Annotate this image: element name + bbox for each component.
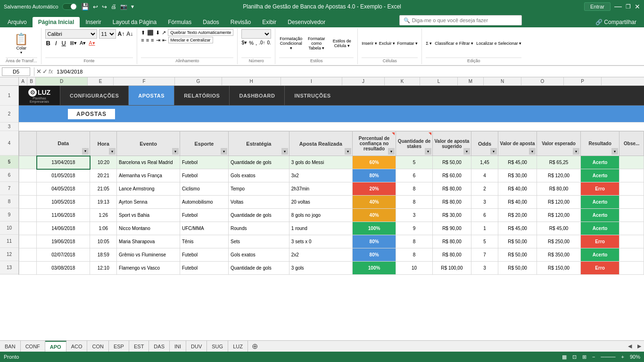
cell-odds[interactable]: 3 <box>471 196 498 209</box>
cell-valor-aposta[interactable]: R$ 50,00 <box>498 235 537 248</box>
tab-layout[interactable]: Layout da Página <box>107 17 162 27</box>
minimize-icon[interactable]: — <box>614 2 622 11</box>
filter-resultado-btn[interactable]: ▾ <box>611 148 618 155</box>
login-button[interactable]: Entrar <box>584 2 611 11</box>
cell-odds[interactable]: 5 <box>471 235 498 248</box>
cell-hora[interactable]: 19:13 <box>90 196 117 209</box>
cell-valor-esperado[interactable]: R$ 350,00 <box>537 248 581 262</box>
cell-obs[interactable] <box>619 196 644 209</box>
cell-estrategia[interactable]: Quantidade de gols <box>229 262 289 275</box>
filter-aposta-btn[interactable]: ▾ <box>345 148 351 155</box>
sum-button[interactable]: Σ ▾ <box>426 41 432 46</box>
cell-esporte[interactable]: Futebol <box>180 169 228 182</box>
col-header-h[interactable]: H <box>222 77 281 85</box>
cell-aposta-realizada[interactable]: 8 gols no jogo <box>289 209 352 222</box>
cancel-formula-icon[interactable]: ✕ <box>36 68 41 75</box>
align-left-icon[interactable]: ≡ <box>141 37 144 43</box>
fill-color-button[interactable]: A▾ <box>80 40 86 46</box>
cell-valor-sugerido[interactable]: R$ 80,00 <box>432 182 471 196</box>
cell-obs[interactable] <box>619 262 644 275</box>
sheet-tab-aco[interactable]: ACO <box>66 341 88 352</box>
cell-valor-esperado[interactable]: R$ 250,00 <box>537 235 581 248</box>
autosave-toggle[interactable] <box>62 3 77 10</box>
cell-hora[interactable]: 10:20 <box>90 156 117 169</box>
cell-reference-box[interactable]: D5 <box>2 67 30 76</box>
filter-esporte-btn[interactable]: ▾ <box>221 148 227 155</box>
ribbon-search-box[interactable]: 🔍 <box>399 15 522 25</box>
col-header-m[interactable]: M <box>458 77 484 85</box>
camera-icon[interactable]: 📷 <box>120 3 127 10</box>
cell-odds[interactable]: 3 <box>471 262 498 275</box>
percent-icon[interactable]: % <box>249 40 254 46</box>
filter-valor-esperado-btn[interactable]: ▾ <box>573 148 579 155</box>
cell-valor-sugerido[interactable]: R$ 30,00 <box>432 209 471 222</box>
sheet-tab-ban[interactable]: BAN <box>0 341 21 352</box>
nav-item-relatorios[interactable]: RELATÓRIOS <box>174 86 230 105</box>
cell-estrategia[interactable]: Rounds <box>229 222 289 235</box>
tab-exibir[interactable]: Exibir <box>256 17 282 27</box>
cell-aposta-realizada[interactable]: 3 gols <box>289 262 352 275</box>
cell-aposta-realizada[interactable]: 3 sets x 0 <box>289 235 352 248</box>
cell-valor-esperado[interactable]: R$ 80,00 <box>537 182 581 196</box>
cell-esporte[interactable]: UFC/MMA <box>180 222 228 235</box>
cell-valor-aposta[interactable]: R$ 40,00 <box>498 196 537 209</box>
col-header-e[interactable]: E <box>88 77 114 85</box>
cell-valor-aposta[interactable]: R$ 30,00 <box>498 169 537 182</box>
cell-valor-esperado[interactable]: R$ 120,00 <box>537 196 581 209</box>
decrease-decimal-icon[interactable]: .0↑ <box>259 40 265 45</box>
sheet-tab-esp[interactable]: ESP <box>109 341 129 352</box>
sort-filter-button[interactable]: Classificar e Filtrar ▾ <box>435 41 473 46</box>
cell-valor-aposta[interactable]: R$ 20,00 <box>498 209 537 222</box>
cell-obs[interactable] <box>619 235 644 248</box>
cell-stakes[interactable]: 8 <box>396 235 432 248</box>
share-button[interactable]: 🔗 Compartilhar <box>590 17 642 27</box>
col-header-j[interactable]: J <box>342 77 385 85</box>
font-shrink-icon[interactable]: A↓ <box>126 31 133 37</box>
cell-aposta-realizada[interactable]: 1 round <box>289 222 352 235</box>
tab-desenvolvedor[interactable]: Desenvolvedor <box>282 17 331 27</box>
cell-valor-sugerido[interactable]: R$ 100,00 <box>432 262 471 275</box>
cell-obs[interactable] <box>619 182 644 196</box>
cell-aposta-realizada[interactable]: 3x2 <box>289 169 352 182</box>
cell-hora[interactable]: 1:06 <box>90 222 117 235</box>
cell-esporte[interactable]: Ciclismo <box>180 182 228 196</box>
font-grow-icon[interactable]: A↑ <box>118 31 125 37</box>
number-format-select[interactable] <box>241 29 271 39</box>
col-header-l[interactable]: L <box>420 77 458 85</box>
cell-valor-sugerido[interactable]: R$ 90,00 <box>432 222 471 235</box>
cell-evento[interactable]: Maria Sharapova <box>117 235 180 248</box>
cell-valor-esperado[interactable]: R$ 65,25 <box>537 156 581 169</box>
increase-decimal-icon[interactable]: 0. <box>267 40 271 45</box>
insert-function-fx[interactable]: fx <box>49 68 53 75</box>
zoom-slider[interactable]: ──── <box>601 354 615 360</box>
cell-valor-esperado[interactable]: R$ 120,00 <box>537 209 581 222</box>
cell-valor-aposta[interactable]: R$ 40,00 <box>498 182 537 196</box>
sheet-tab-con[interactable]: CON <box>87 341 108 352</box>
cell-estrategia[interactable]: Sets <box>229 235 289 248</box>
scroll-right-sheet[interactable]: ▶ <box>635 343 644 349</box>
cell-esporte[interactable]: Tênis <box>180 235 228 248</box>
cell-data[interactable]: 01/05/2018 <box>37 169 90 182</box>
col-header-i[interactable]: I <box>281 77 342 85</box>
nav-item-apostas[interactable]: APOSTAS <box>129 86 174 105</box>
print-icon[interactable]: 🖨 <box>111 3 116 10</box>
cell-estrategia[interactable]: Voltas <box>229 196 289 209</box>
cell-stakes[interactable]: 8 <box>396 248 432 262</box>
cell-styles-button[interactable]: Estilos de Célula ▾ <box>330 39 354 48</box>
delete-cells-button[interactable]: Excluir ▾ <box>379 41 396 46</box>
cell-estrategia[interactable]: Quantidade de gols <box>229 209 289 222</box>
cell-odds[interactable]: 1,45 <box>471 156 498 169</box>
formula-input[interactable]: 13/04/2018 <box>57 69 642 74</box>
cell-evento[interactable]: Ayrton Senna <box>117 196 180 209</box>
cell-evento[interactable]: Alemanha vs França <box>117 169 180 182</box>
cell-valor-aposta[interactable]: R$ 50,00 <box>498 262 537 275</box>
cell-estrategia[interactable]: Tempo <box>229 182 289 196</box>
col-header-k[interactable]: K <box>385 77 420 85</box>
view-normal-icon[interactable]: ▦ <box>562 354 567 360</box>
align-middle-icon[interactable]: ⬛ <box>147 30 154 36</box>
search-input[interactable] <box>412 17 518 23</box>
cell-stakes[interactable]: 6 <box>396 169 432 182</box>
align-top-icon[interactable]: ⬆ <box>141 30 145 36</box>
align-bottom-icon[interactable]: ⬇ <box>156 30 160 36</box>
col-header-a[interactable]: A <box>19 77 27 85</box>
